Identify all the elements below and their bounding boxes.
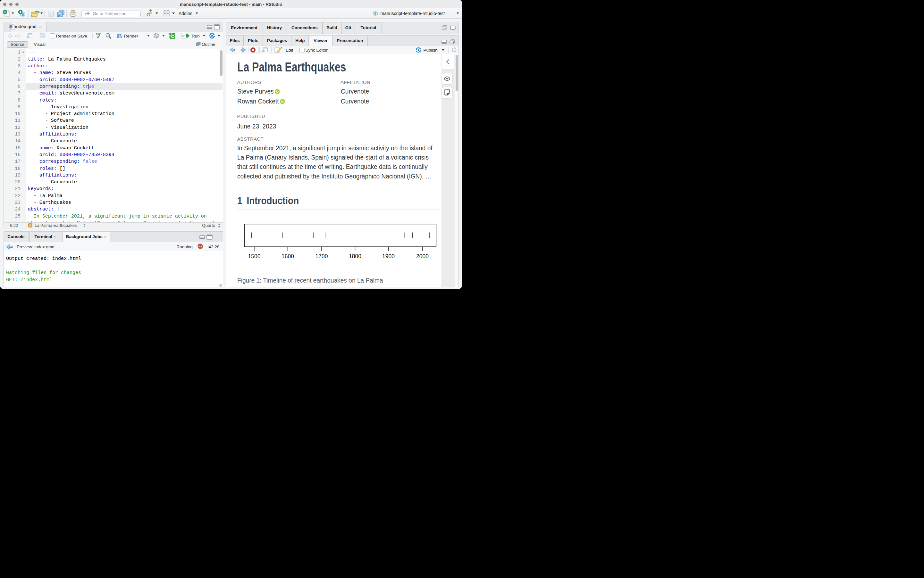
svg-text:STOP: STOP	[198, 246, 202, 247]
svg-text:iD: iD	[276, 90, 278, 93]
svg-text:1700: 1700	[316, 253, 328, 259]
svg-text:1900: 1900	[382, 253, 395, 259]
svg-text:1500: 1500	[248, 253, 261, 259]
svg-text:1800: 1800	[349, 253, 361, 259]
svg-text:iD: iD	[281, 100, 283, 103]
svg-text:R: R	[374, 12, 376, 15]
svg-text:2000: 2000	[416, 253, 429, 259]
svg-text:1600: 1600	[281, 253, 294, 259]
svg-text:C: C	[171, 34, 174, 39]
